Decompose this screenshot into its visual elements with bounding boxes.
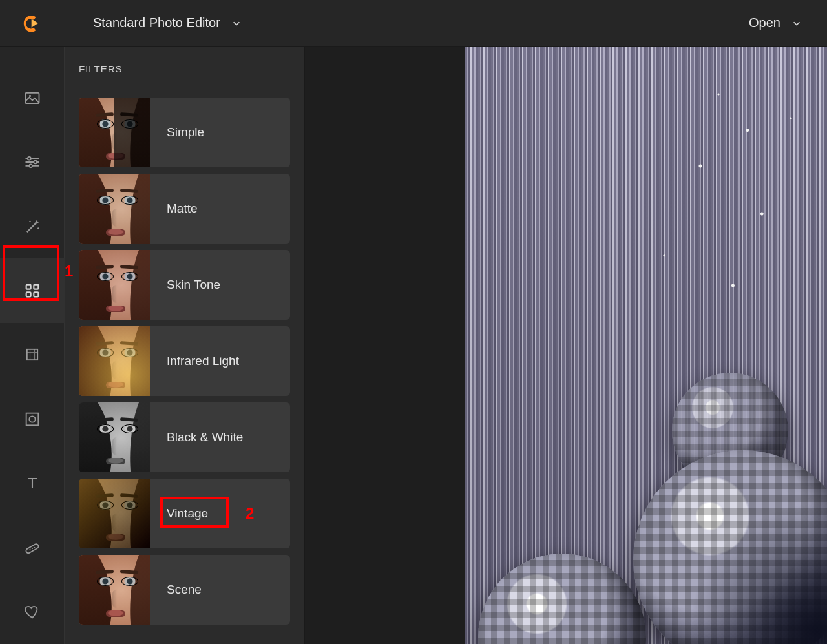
magic-wand-button[interactable]: [0, 194, 65, 258]
filter-item-scene[interactable]: Scene: [79, 555, 290, 625]
filter-label: Vintage: [150, 506, 208, 521]
svg-point-13: [29, 416, 35, 422]
svg-point-3: [34, 161, 37, 164]
svg-rect-7: [26, 285, 30, 289]
crop-tool-button[interactable]: [0, 323, 65, 387]
chevron-down-icon: [232, 19, 241, 28]
filter-item-black-white[interactable]: Black & White: [79, 402, 290, 472]
text-tool-button[interactable]: [0, 452, 65, 515]
heal-tool-icon: [23, 539, 41, 557]
filters-tool-button[interactable]: [0, 258, 65, 322]
svg-rect-10: [34, 292, 38, 296]
svg-point-5: [29, 220, 30, 222]
filter-thumb: [79, 174, 150, 244]
app-logo: [19, 12, 41, 34]
magic-wand-icon: [23, 218, 41, 236]
favorite-tool-icon: [23, 603, 41, 621]
chevron-down-icon: [792, 19, 801, 28]
svg-rect-0: [25, 93, 39, 103]
image-tool-icon: [23, 89, 41, 107]
svg-rect-12: [26, 413, 38, 426]
filter-thumb: [79, 402, 150, 472]
vignette-tool-icon: [23, 410, 41, 428]
panel-title: FILTERS: [65, 47, 304, 86]
svg-rect-11: [26, 349, 37, 360]
filter-thumb: [79, 98, 150, 167]
text-tool-icon: [23, 474, 41, 492]
filter-item-infrared-light[interactable]: Infrared Light: [79, 326, 290, 396]
canvas-image: [465, 47, 827, 644]
filter-item-vintage[interactable]: Vintage 2: [79, 479, 290, 548]
top-bar: Standard Photo Editor Open: [0, 0, 827, 47]
filter-list: Simple Matte Skin Tone: [65, 86, 304, 625]
svg-rect-8: [34, 285, 38, 289]
filters-panel: FILTERS Simple Matte: [65, 47, 305, 644]
filter-item-matte[interactable]: Matte: [79, 174, 290, 244]
filter-thumb: [79, 555, 150, 625]
adjust-tool-button[interactable]: [0, 130, 65, 194]
filter-item-skin-tone[interactable]: Skin Tone: [79, 250, 290, 320]
filter-thumb: [79, 479, 150, 548]
svg-point-15: [29, 548, 30, 550]
heal-tool-button[interactable]: [0, 515, 65, 579]
filter-label: Skin Tone: [150, 278, 220, 292]
main-area: 1 FILTERS Simple Matte: [0, 47, 827, 644]
tool-rail: 1: [0, 47, 65, 644]
open-button[interactable]: Open: [749, 16, 808, 30]
filter-label: Infrared Light: [150, 354, 239, 368]
canvas-area[interactable]: [305, 47, 827, 644]
adjust-tool-icon: [23, 153, 41, 171]
filter-label: Black & White: [150, 430, 243, 444]
crop-tool-icon: [23, 346, 41, 364]
filter-label: Scene: [150, 583, 202, 597]
filters-grid-icon: [23, 282, 41, 300]
svg-point-2: [28, 157, 31, 160]
svg-point-1: [28, 95, 30, 97]
open-button-label: Open: [749, 16, 780, 30]
filter-item-simple[interactable]: Simple: [79, 98, 290, 167]
filter-thumb: [79, 326, 150, 396]
vignette-tool-button[interactable]: [0, 387, 65, 451]
svg-point-17: [34, 547, 35, 548]
filter-label: Simple: [150, 125, 204, 140]
filter-label: Matte: [150, 202, 198, 216]
svg-rect-9: [26, 292, 30, 296]
editor-mode-label: Standard Photo Editor: [93, 16, 220, 30]
svg-point-4: [29, 165, 32, 168]
image-tool-button[interactable]: [0, 66, 65, 130]
favorite-tool-button[interactable]: [0, 580, 65, 644]
svg-point-16: [32, 548, 33, 549]
filter-thumb: [79, 250, 150, 320]
editor-mode-dropdown[interactable]: Standard Photo Editor: [93, 16, 241, 30]
svg-point-6: [37, 227, 39, 229]
annotation-number-2: 2: [246, 504, 254, 523]
